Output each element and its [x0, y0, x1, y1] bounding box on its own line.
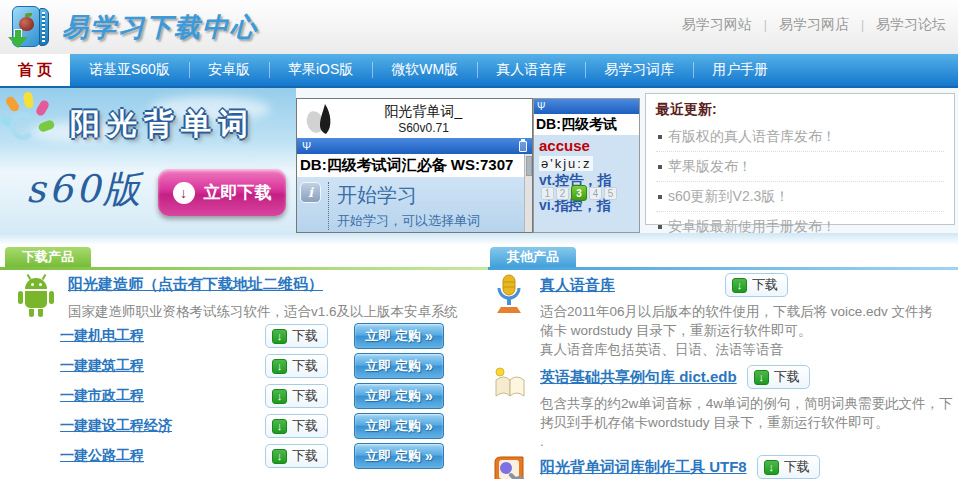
- download-icon: ↓: [754, 370, 769, 385]
- download-label: 下载: [784, 458, 810, 476]
- scrollbar-thumb[interactable]: [526, 156, 532, 176]
- page-number[interactable]: 4: [589, 187, 602, 200]
- order-now-button[interactable]: 立即 定购»: [354, 323, 444, 349]
- bullet-icon: [658, 225, 662, 229]
- other-product-voice: 真人语音库 ↓下载 适合2011年06月以后版本的软件使用，下载后将 voice…: [492, 273, 958, 359]
- word-headword: accuse: [539, 138, 634, 154]
- featured-product-link[interactable]: 阳光建造师（点击有下载地址二维码）: [68, 275, 458, 294]
- product-link[interactable]: 一建公路工程: [60, 447, 265, 465]
- download-button[interactable]: ↓下载: [747, 365, 810, 389]
- phone-status-bar: Ψ: [297, 138, 532, 154]
- banner-download-label: 立即下载: [204, 181, 272, 204]
- download-button[interactable]: ↓下载: [757, 455, 820, 479]
- signal-icon: Ψ: [302, 140, 311, 152]
- download-label: 下载: [292, 387, 318, 405]
- download-button[interactable]: ↓下载: [265, 444, 328, 468]
- banner-download-button[interactable]: ↓ 立即下载: [158, 169, 286, 216]
- nav-item-voice-library[interactable]: 真人语音库: [477, 54, 585, 86]
- order-now-button[interactable]: 立即 定购»: [354, 353, 444, 379]
- tool-book-icon: [492, 455, 528, 479]
- download-icon: ↓: [272, 359, 287, 374]
- link-shop[interactable]: 易学习网店: [779, 16, 849, 34]
- desc-line: 适合2011年06月以后版本的软件使用，下载后将 voice.edv 文件拷: [540, 302, 932, 321]
- product-link[interactable]: 阳光背单词词库制作工具 UTF8: [540, 458, 747, 477]
- download-label: 下载: [752, 276, 778, 294]
- download-label: 下载: [292, 447, 318, 465]
- nav-item-wm[interactable]: 微软WM版: [372, 54, 477, 86]
- app-logo-icon: [297, 102, 345, 136]
- update-text: 安卓版最新使用手册发布！: [668, 218, 836, 236]
- green-underline: [0, 267, 500, 270]
- bullet-icon: [658, 195, 662, 199]
- site-title: 易学习下载中心: [62, 10, 258, 45]
- page-number[interactable]: 1: [541, 187, 554, 200]
- blue-underline: [488, 267, 958, 270]
- download-button[interactable]: ↓下载: [265, 324, 328, 348]
- app-menu-area: i 开始学习 开始学习，可以选择单词: [297, 177, 532, 232]
- nav-item-home[interactable]: 首 页: [0, 54, 70, 86]
- db-status-line: DB:四级考试词汇必备 WS:7307: [297, 154, 532, 177]
- word-phonetic: ə'kju:z: [539, 156, 593, 171]
- nav-item-android[interactable]: 安卓版: [189, 54, 269, 86]
- microphone-icon: [492, 273, 528, 359]
- update-item[interactable]: 苹果版发布！: [656, 152, 944, 182]
- order-now-button[interactable]: 立即 定购»: [354, 383, 444, 409]
- update-text: 有版权的真人语音库发布！: [668, 128, 836, 146]
- db-status-line: DB:四级考试: [534, 114, 639, 135]
- link-website[interactable]: 易学习网站: [682, 16, 752, 34]
- other-product-tool: 阳光背单词词库制作工具 UTF8 ↓下载: [492, 455, 958, 479]
- scrollbar[interactable]: [524, 154, 532, 232]
- screenshot-app-header: 阳光背单词_ S60v0.71: [297, 99, 532, 138]
- menu-item-title: 开始学习: [337, 182, 480, 209]
- site-logo[interactable]: 易学习下载中心: [8, 4, 258, 51]
- order-now-button[interactable]: 立即 定购»: [354, 413, 444, 439]
- banner-left-panel: 阳光背单词 s60版 ↓ 立即下载: [0, 88, 296, 233]
- desc-line: 真人语音库包括英语、日语、法语等语音: [540, 340, 932, 359]
- download-icon: ↓: [272, 449, 287, 464]
- open-book-icon: [492, 365, 528, 451]
- product-link[interactable]: 一建市政工程: [60, 387, 265, 405]
- download-icon: ↓: [732, 278, 747, 293]
- product-link[interactable]: 一建机电工程: [60, 327, 265, 345]
- nav-item-nokia-s60[interactable]: 诺基亚S60版: [70, 54, 189, 86]
- desc-line: .: [540, 432, 953, 451]
- update-item[interactable]: 有版权的真人语音库发布！: [656, 122, 944, 152]
- chevron-right-icon: »: [425, 418, 433, 434]
- tab-other-products[interactable]: 其他产品: [490, 247, 576, 267]
- product-link[interactable]: 英语基础共享例句库 dict.edb: [540, 368, 737, 387]
- update-item[interactable]: 安卓版最新使用手册发布！: [656, 212, 944, 241]
- chevron-right-icon: »: [425, 448, 433, 464]
- header-links: 易学习网站 | 易学习网店 | 易学习论坛: [682, 16, 946, 34]
- page-number[interactable]: 5: [604, 187, 617, 200]
- product-link[interactable]: 真人语音库: [540, 276, 615, 295]
- product-link[interactable]: 一建建筑工程: [60, 357, 265, 375]
- page: { "colors": { "nav_blue": "#1377cd", "ta…: [0, 0, 958, 479]
- phone-status-bar: Ψ: [534, 99, 639, 114]
- battery-icon: [519, 141, 527, 152]
- page-number-active[interactable]: 3: [571, 185, 587, 201]
- link-forum[interactable]: 易学习论坛: [876, 16, 946, 34]
- tab-download-products[interactable]: 下载产品: [5, 247, 91, 267]
- product-link[interactable]: 一建建设工程经济: [60, 417, 265, 435]
- schoolbag-download-icon: [8, 4, 52, 51]
- download-button[interactable]: ↓下载: [265, 414, 328, 438]
- order-now-button[interactable]: 立即 定购»: [354, 443, 444, 469]
- download-button[interactable]: ↓下载: [725, 273, 788, 297]
- update-item[interactable]: s60更新到V2.3版！: [656, 182, 944, 212]
- menu-item-desc: 开始学习，可以选择单词: [337, 212, 480, 230]
- app-screenshot-main: 阳光背单词_ S60v0.71 Ψ DB:四级考试词汇必备 WS:7307 i …: [296, 98, 533, 233]
- download-button[interactable]: ↓下载: [265, 384, 328, 408]
- download-button[interactable]: ↓下载: [265, 354, 328, 378]
- nav-item-manual[interactable]: 用户手册: [693, 54, 787, 86]
- download-label: 下载: [292, 417, 318, 435]
- product-row: 一建建设工程经济 ↓下载 立即 定购»: [60, 411, 480, 441]
- site-header: 易学习下载中心 易学习网站 | 易学习网店 | 易学习论坛: [0, 0, 958, 54]
- product-desc: 适合2011年06月以后版本的软件使用，下载后将 voice.edv 文件拷 储…: [540, 302, 932, 359]
- separator: |: [861, 18, 864, 32]
- page-number[interactable]: 2: [556, 187, 569, 200]
- product-row: 一建建筑工程 ↓下载 立即 定购»: [60, 351, 480, 381]
- nav-item-ios[interactable]: 苹果iOS版: [269, 54, 372, 86]
- nav-item-dictionary[interactable]: 易学习词库: [585, 54, 693, 86]
- download-icon: ↓: [764, 460, 779, 475]
- separator: |: [764, 18, 767, 32]
